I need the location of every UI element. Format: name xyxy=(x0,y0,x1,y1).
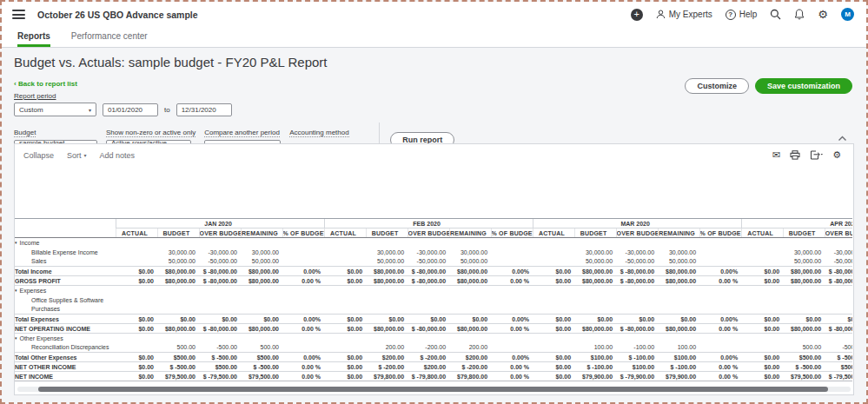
table-cell: $80,000.00 xyxy=(783,324,825,334)
table-cell xyxy=(825,305,852,315)
sort-button[interactable]: Sort ▾ xyxy=(67,151,87,160)
scrollbar-thumb[interactable] xyxy=(38,387,828,392)
column-header: OVER BUDGET xyxy=(825,228,852,238)
table-cell xyxy=(533,248,574,257)
notifications-bell-icon[interactable] xyxy=(794,9,805,20)
table-cell xyxy=(658,295,699,305)
row-label: Total Other Expenses xyxy=(15,353,116,362)
table-cell: $0.00 xyxy=(116,372,157,381)
table-cell: 50,000.00 xyxy=(574,257,616,267)
help-label: Help xyxy=(739,10,758,19)
section-collapse-icon[interactable]: ▾ xyxy=(15,335,17,341)
section-collapse-icon[interactable]: ▾ xyxy=(15,288,17,293)
report-card: Collapse Sort ▾ Add notes ✉ ⚙ JAN 2020FE… xyxy=(14,143,854,395)
table-cell: $0.00 xyxy=(199,315,241,324)
table-row[interactable]: GROSS PROFIT$0.00$80,000.00$ -80,000.00$… xyxy=(15,276,852,286)
table-cell: $80,000.00 xyxy=(658,267,699,276)
table-cell: -200.00 xyxy=(407,343,449,353)
table-cell xyxy=(741,305,783,315)
table-row[interactable]: ▾ Income xyxy=(15,238,852,248)
company-name: October 26 US QBO Advance sample xyxy=(37,10,198,20)
table-cell xyxy=(491,305,533,315)
table-row[interactable]: Total Income$0.00$80,000.00$ -80,000.00$… xyxy=(15,267,852,276)
table-cell: $0.00 xyxy=(741,362,783,372)
section-collapse-icon[interactable]: ▾ xyxy=(15,240,17,245)
hamburger-menu-icon[interactable] xyxy=(12,8,25,22)
tab-performance-center[interactable]: Performance center xyxy=(71,27,148,47)
table-row[interactable]: Total Other Expenses$0.00$500.00$ -500.0… xyxy=(15,353,852,362)
report-period-label: Report period xyxy=(14,92,56,100)
table-cell xyxy=(324,286,366,295)
table-cell: -50,000.00 xyxy=(616,257,658,267)
email-icon[interactable]: ✉ xyxy=(772,150,780,160)
table-cell xyxy=(366,286,407,295)
table-cell: 100.00 xyxy=(574,343,616,353)
table-cell xyxy=(241,238,282,248)
table-cell: $80,000.00 xyxy=(241,267,282,276)
table-cell xyxy=(324,334,366,343)
table-cell: $ -80,000.00 xyxy=(407,324,449,334)
table-cell: $100.00 xyxy=(616,362,658,372)
person-icon xyxy=(656,10,666,19)
table-cell xyxy=(741,334,783,343)
table-cell: 0.00 % xyxy=(282,324,324,334)
help-icon: ? xyxy=(726,10,736,20)
table-cell: $80,000.00 xyxy=(366,276,407,286)
table-cell xyxy=(116,334,157,343)
user-avatar[interactable]: M xyxy=(841,8,854,21)
table-cell: -500.00 xyxy=(825,343,852,353)
table-viewport[interactable]: JAN 2020FEB 2020MAR 2020APR 2020ACTUALBU… xyxy=(15,218,852,384)
export-icon[interactable] xyxy=(810,150,823,160)
my-experts-button[interactable]: My Experts xyxy=(656,10,712,19)
table-row[interactable]: Reconciliation Discrepancies500.00-500.0… xyxy=(15,343,852,353)
table-cell xyxy=(616,295,658,305)
table-cell xyxy=(157,295,199,305)
table-cell xyxy=(282,238,324,248)
table-row[interactable]: NET OTHER INCOME$0.00$ -500.00$500.00$ -… xyxy=(15,362,852,372)
table-cell xyxy=(658,334,699,343)
table-cell: -50,000.00 xyxy=(825,257,852,267)
table-cell: $79,500.00 xyxy=(157,372,199,381)
horizontal-scrollbar[interactable] xyxy=(17,387,851,392)
month-header: JAN 2020 xyxy=(116,219,324,228)
table-cell: 30,000.00 xyxy=(574,248,616,257)
search-icon[interactable] xyxy=(770,9,781,20)
table-cell: $500.00 xyxy=(825,362,852,372)
column-header: BUDGET xyxy=(157,228,199,238)
table-cell: $ -100.00 xyxy=(658,362,699,372)
row-label: ▾ Other Expenses xyxy=(15,334,116,343)
table-row[interactable]: Office Supplies & Software xyxy=(15,295,852,305)
print-icon[interactable] xyxy=(790,150,800,160)
date-to-input[interactable] xyxy=(176,103,232,116)
table-cell: -100.00 xyxy=(616,343,658,353)
customize-button[interactable]: Customize xyxy=(685,78,749,94)
back-to-report-list-link[interactable]: ‹ Back to report list xyxy=(14,80,77,88)
table-cell: $0.00 xyxy=(783,315,825,324)
table-cell: 30,000.00 xyxy=(366,248,407,257)
tab-reports[interactable]: Reports xyxy=(17,27,50,47)
help-button[interactable]: ? Help xyxy=(726,10,758,20)
settings-gear-icon[interactable]: ⚙ xyxy=(818,8,828,21)
save-customization-button[interactable]: Save customization xyxy=(755,78,852,94)
add-notes-button[interactable]: Add notes xyxy=(100,151,136,160)
table-cell: -50,000.00 xyxy=(199,257,241,267)
table-row[interactable]: Sales50,000.00-50,000.0050,000.0050,000.… xyxy=(15,257,852,267)
table-cell: $200.00 xyxy=(449,353,491,362)
date-from-input[interactable] xyxy=(103,103,158,116)
table-settings-gear-icon[interactable]: ⚙ xyxy=(832,150,841,160)
table-row[interactable]: ▾ Other Expenses xyxy=(15,334,852,343)
app-header: October 26 US QBO Advance sample + My Ex… xyxy=(2,2,866,48)
back-chevron-icon: ‹ xyxy=(14,80,17,88)
table-row[interactable]: Billable Expense Income30,000.00-30,000.… xyxy=(15,248,852,257)
table-cell: $80,000.00 xyxy=(658,324,699,334)
table-row[interactable]: Total Expenses$0.00$0.00$0.00$0.000.00%$… xyxy=(15,315,852,324)
collapse-rows-button[interactable]: Collapse xyxy=(23,151,54,160)
table-row[interactable]: Purchases xyxy=(15,305,852,315)
quick-create-icon[interactable]: + xyxy=(631,9,643,21)
table-row[interactable]: NET INCOME$0.00$79,500.00$ -79,500.00$79… xyxy=(15,372,852,381)
table-row[interactable]: ▾ Expenses xyxy=(15,286,852,295)
report-period-select[interactable]: Custom ▾ xyxy=(14,103,96,116)
table-cell: $80,000.00 xyxy=(783,276,825,286)
table-cell xyxy=(574,238,616,248)
table-row[interactable]: NET OPERATING INCOME$0.00$80,000.00$ -80… xyxy=(15,324,852,334)
